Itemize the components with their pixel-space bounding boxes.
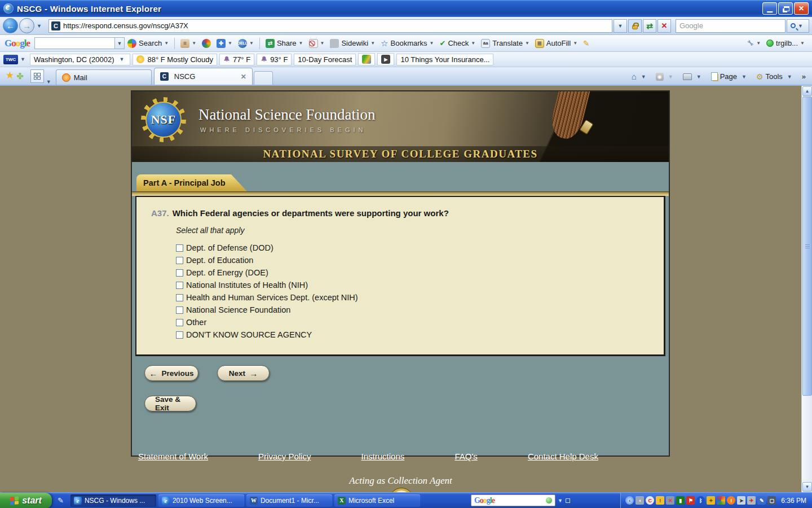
bluetooth-icon[interactable]: ᛒ — [696, 496, 705, 505]
checkbox[interactable] — [176, 282, 183, 289]
search-go-button[interactable]: ▼ — [787, 19, 809, 33]
chevron-down-icon[interactable]: ▼ — [114, 38, 124, 49]
video-button[interactable]: ▶ — [377, 53, 394, 65]
checkbox[interactable] — [176, 319, 183, 326]
low-temp[interactable]: 🔔︎77° F — [219, 54, 254, 65]
close-tab-icon[interactable]: ✕ — [231, 73, 246, 81]
tab-list-dropdown[interactable]: ▼ — [44, 79, 54, 85]
checkbox-option[interactable]: DON'T KNOW SOURCE AGENCY — [176, 329, 652, 341]
share-button[interactable]: ⇄Share▼ — [263, 37, 306, 50]
high-temp[interactable]: 🔔︎93° F — [257, 54, 292, 65]
google-apps-button[interactable] — [199, 37, 214, 50]
page-menu-button[interactable]: Page▼ — [708, 71, 752, 82]
restore-button[interactable] — [778, 2, 793, 15]
address-input[interactable]: C https://respond.census.gov/nscg/A37X — [48, 19, 612, 33]
taskbar-item-nscg[interactable]: e NSCG - Windows ... — [70, 494, 156, 507]
news-headline-link[interactable]: 10 Things Your Insurance... — [396, 54, 493, 65]
home-button[interactable]: ⌂▼ — [629, 71, 651, 82]
highlighter-button[interactable]: ✎ — [580, 37, 593, 50]
tray-collapse-chevron[interactable]: ‹ — [625, 496, 634, 505]
checkbox-option[interactable]: Dept. of Education — [176, 254, 652, 266]
scroll-up-button[interactable]: ▲ — [802, 86, 812, 96]
bookmarks-button[interactable]: ☆Bookmarks▼ — [378, 37, 436, 50]
vertical-scrollbar[interactable]: ▲ ▼ — [801, 86, 812, 492]
flag-icon[interactable]: ⚑ — [686, 496, 695, 505]
favorites-star-icon[interactable]: ★ — [6, 69, 14, 81]
print-button[interactable]: ▼ — [680, 72, 707, 81]
sync-blocked-icon[interactable]: ✈ — [747, 496, 756, 505]
twc-logo[interactable]: TWC — [3, 55, 18, 64]
norton-icon[interactable]: C — [646, 496, 654, 505]
save-exit-button[interactable]: Save & Exit — [144, 396, 196, 411]
checkbox-option[interactable]: National Science Foundation — [176, 304, 652, 316]
tab-nscg[interactable]: C NSCG ✕ — [154, 68, 253, 85]
taskbar-item-excel[interactable]: X Microsoft Excel — [334, 494, 420, 507]
address-dropdown[interactable]: ▼ — [614, 19, 627, 33]
security-lock-button[interactable] — [628, 19, 642, 33]
translate-button[interactable]: âaTranslate▼ — [478, 37, 532, 50]
checkbox[interactable] — [176, 269, 183, 277]
scrollbar-thumb[interactable] — [802, 97, 812, 396]
toolbar-overflow-button[interactable]: » — [799, 71, 809, 82]
footer-link[interactable]: Contact Help Desk — [528, 452, 598, 461]
account-button[interactable]: trgilb...▼ — [764, 37, 807, 49]
sidewiki-button[interactable]: Sidewiki▼ — [327, 37, 378, 50]
tools-menu-button[interactable]: ⚙Tools▼ — [753, 71, 797, 82]
display-icon[interactable]: ▢ — [767, 496, 776, 505]
next-button[interactable]: Next → — [217, 365, 270, 381]
security-shield-icon[interactable]: ! — [656, 496, 664, 505]
google-toolbar-search-input[interactable]: ▼ — [34, 37, 125, 49]
google-tray-icon[interactable] — [717, 496, 725, 505]
footer-link[interactable]: Privacy Policy — [258, 452, 311, 461]
add-favorite-icon[interactable]: ✤ — [16, 71, 24, 81]
google-deskbar-input[interactable]: Google — [471, 494, 555, 506]
twc-dropdown[interactable]: ▼ — [18, 56, 28, 62]
popup-blocker-button[interactable]: ⃠▼ — [306, 37, 328, 50]
scroll-down-button[interactable]: ▼ — [802, 482, 812, 492]
toolbar-settings-button[interactable]: 🔧︎▼ — [744, 37, 764, 49]
pen-tray-icon[interactable]: ✎ — [757, 496, 766, 505]
footer-link[interactable]: FAQ's — [454, 452, 477, 461]
volume-icon[interactable]: ◖ — [636, 496, 644, 505]
signal-bars-icon[interactable]: ▮ — [676, 496, 685, 505]
alert-icon[interactable]: ! — [727, 496, 735, 505]
spellcheck-button[interactable]: ✔Check▼ — [436, 37, 478, 49]
tab-mail[interactable]: Mail — [56, 69, 152, 85]
checkbox-option[interactable]: Other — [176, 316, 652, 329]
checkbox-option[interactable]: National Institutes of Health (NIH) — [176, 279, 652, 291]
pointer-icon[interactable]: ➤ — [737, 496, 745, 505]
minimize-button[interactable]: ▁ — [762, 2, 777, 15]
network-error-icon[interactable]: ✕ — [666, 496, 674, 505]
autofill-button[interactable]: ≣AutoFill▼ — [532, 37, 580, 50]
quick-launch-pen-icon[interactable]: ✎ — [58, 496, 64, 505]
quick-tabs-button[interactable] — [30, 69, 44, 83]
start-button[interactable]: start — [0, 493, 52, 508]
current-conditions[interactable]: 88° F Mostly Cloudy — [133, 54, 217, 65]
add-gadget-button[interactable]: ✚▼ — [214, 37, 235, 50]
forward-button[interactable]: → — [19, 18, 34, 33]
map-button[interactable] — [358, 53, 375, 65]
feeds-button[interactable]: ◉▼ — [653, 72, 678, 82]
checkbox-option[interactable]: Dept. of Defense (DOD) — [176, 242, 652, 254]
checkbox[interactable] — [176, 306, 183, 314]
ten-day-forecast-button[interactable]: 10-Day Forecast — [294, 54, 356, 65]
checkbox[interactable] — [176, 257, 183, 264]
checkbox[interactable] — [176, 294, 183, 301]
dell-button[interactable]: DELL▼ — [235, 37, 257, 50]
deskbar-restore-icon[interactable] — [566, 498, 570, 503]
footer-link[interactable]: Instructions — [361, 452, 405, 461]
footer-link[interactable]: Statement of Work — [138, 452, 208, 461]
checkbox-option[interactable]: Health and Human Services Dept. (except … — [176, 291, 652, 304]
history-dropdown[interactable]: ▼ — [34, 23, 44, 29]
news-button[interactable]: ≡▼ — [178, 37, 199, 50]
close-button[interactable]: ✕ — [794, 2, 809, 15]
deskbar-dropdown[interactable]: ▼ — [558, 498, 563, 503]
taskbar-item-word[interactable]: W Document1 - Micr... — [246, 494, 332, 507]
back-button[interactable]: ← — [3, 18, 18, 33]
taskbar-item-webscreen[interactable]: e 2010 Web Screen... — [158, 494, 244, 507]
previous-button[interactable]: ← Previous — [144, 365, 198, 381]
updates-icon[interactable]: ✦ — [707, 496, 715, 505]
stop-button[interactable]: ✕ — [657, 19, 671, 33]
checkbox[interactable] — [176, 244, 183, 252]
checkbox[interactable] — [176, 331, 183, 339]
